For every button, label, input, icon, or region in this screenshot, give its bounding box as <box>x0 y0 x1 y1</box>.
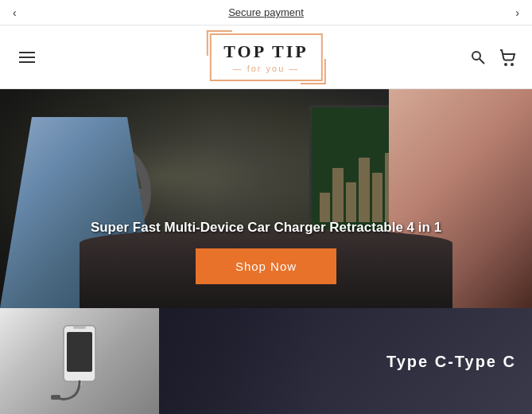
hero-section: Super Fast Multi-Device Car Charger Retr… <box>0 89 532 308</box>
svg-point-3 <box>511 64 513 65</box>
logo-text-top: TOP TIP <box>223 41 308 62</box>
logo-text-bottom: — for you — <box>223 64 308 73</box>
svg-point-0 <box>472 52 480 60</box>
hero-title: Super Fast Multi-Device Car Charger Retr… <box>75 220 457 236</box>
announcement-bar: ‹ Secure payment › <box>0 0 532 25</box>
announcement-text: Secure payment <box>228 6 304 18</box>
hamburger-icon[interactable] <box>16 49 38 66</box>
svg-rect-8 <box>51 395 60 400</box>
header-left <box>16 49 38 66</box>
logo-box: TOP TIP — for you — <box>209 33 322 81</box>
announcement-next-button[interactable]: › <box>509 3 526 22</box>
header: TOP TIP — for you — <box>0 25 532 89</box>
svg-line-1 <box>480 59 484 64</box>
announcement-text-plain: Secure <box>228 6 264 18</box>
svg-point-2 <box>505 64 507 65</box>
second-section: Type C-Type C <box>0 308 532 414</box>
announcement-prev-button[interactable]: ‹ <box>6 3 23 22</box>
header-right <box>470 49 516 66</box>
cart-icon[interactable] <box>499 49 516 66</box>
hero-content: Super Fast Multi-Device Car Charger Retr… <box>0 220 532 284</box>
chart-bar <box>332 168 343 222</box>
chart-bar <box>359 158 369 222</box>
hamburger-line-2 <box>19 57 35 58</box>
announcement-text-underline: payment <box>264 6 304 18</box>
search-icon[interactable] <box>470 49 486 65</box>
svg-rect-5 <box>67 332 92 372</box>
logo-container[interactable]: TOP TIP — for you — <box>209 33 322 81</box>
shop-now-button[interactable]: Shop Now <box>196 248 336 284</box>
product-illustration <box>40 318 119 405</box>
chart-bar <box>372 173 382 222</box>
hamburger-line-1 <box>19 52 35 53</box>
second-section-title: Type C-Type C <box>386 352 516 370</box>
chart-bar <box>320 193 330 222</box>
chart-bar <box>346 182 356 222</box>
hamburger-line-3 <box>19 61 35 63</box>
product-image <box>0 308 159 414</box>
second-section-text: Type C-Type C <box>386 352 516 370</box>
svg-rect-6 <box>73 326 86 329</box>
